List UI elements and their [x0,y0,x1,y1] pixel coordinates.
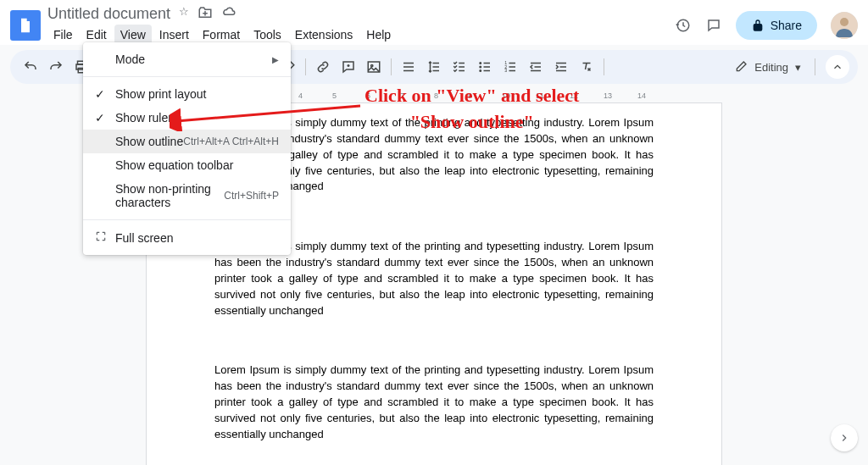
svg-point-1 [840,18,849,26]
shortcut-text: Ctrl+Shift+P [224,190,279,202]
move-icon[interactable] [198,5,213,23]
view-menu-dropdown: Mode ▶ ✓ Show print layout ✓ Show ruler … [83,42,291,255]
fullscreen-icon [95,230,115,245]
share-button[interactable]: Share [736,11,817,40]
submenu-arrow-icon: ▶ [272,55,279,64]
decrease-indent-button[interactable] [524,55,548,79]
chevron-down-icon: ▾ [795,61,801,74]
comments-icon[interactable] [705,17,722,34]
menu-item-show-equation-toolbar[interactable]: Show equation toolbar [83,153,291,177]
menu-item-show-ruler[interactable]: ✓ Show ruler [83,106,291,130]
document-title[interactable]: Untitled document [47,5,170,23]
line-spacing-button[interactable] [422,55,446,79]
explore-button[interactable] [831,424,858,451]
menu-separator [83,219,291,220]
redo-button[interactable] [44,55,68,79]
svg-point-7 [480,63,481,64]
editing-mode-label: Editing [754,61,788,74]
app-header: Untitled document ☆ File Edit View Inser… [0,0,868,45]
menu-item-show-outline[interactable]: Show outline Ctrl+Alt+A Ctrl+Alt+H [83,130,291,153]
checklist-button[interactable] [448,55,471,79]
check-icon: ✓ [95,87,115,101]
bulleted-list-button[interactable] [473,55,497,79]
menu-item-full-screen[interactable]: Full screen [83,225,291,250]
menu-item-show-nonprinting[interactable]: Show non-printing characters Ctrl+Shift+… [83,177,291,214]
cloud-status-icon[interactable] [221,5,236,23]
header-right: Share [675,11,858,40]
title-area: Untitled document ☆ File Edit View Inser… [47,5,675,45]
avatar[interactable] [831,12,858,39]
increase-indent-button[interactable] [549,55,573,79]
svg-point-8 [480,66,481,68]
share-label: Share [771,19,802,32]
check-icon: ✓ [95,111,115,125]
svg-point-9 [480,70,481,72]
collapse-toolbar-button[interactable] [826,55,849,79]
menu-file[interactable]: File [47,25,79,45]
numbered-list-button[interactable]: 123 [498,55,522,79]
shortcut-text: Ctrl+Alt+A Ctrl+Alt+H [183,136,279,147]
menu-item-mode[interactable]: Mode ▶ [83,47,291,71]
docs-logo[interactable] [10,10,41,41]
menu-item-show-print-layout[interactable]: ✓ Show print layout [83,82,291,106]
undo-button[interactable] [19,55,42,79]
editing-mode-button[interactable]: Editing ▾ [726,55,810,79]
paragraph[interactable]: Lorem Ipsum is simply dummy text of the … [214,363,654,442]
clear-formatting-button[interactable] [575,55,598,79]
insert-image-button[interactable] [362,55,386,79]
insert-link-button[interactable] [311,55,335,79]
svg-point-6 [371,64,373,66]
insert-comment-button[interactable] [337,55,360,79]
menu-separator [83,76,291,77]
star-icon[interactable]: ☆ [179,5,189,23]
align-button[interactable] [397,55,420,79]
svg-text:3: 3 [504,68,507,73]
menu-help[interactable]: Help [360,25,397,45]
menu-extensions[interactable]: Extensions [289,25,359,45]
history-icon[interactable] [675,17,692,34]
